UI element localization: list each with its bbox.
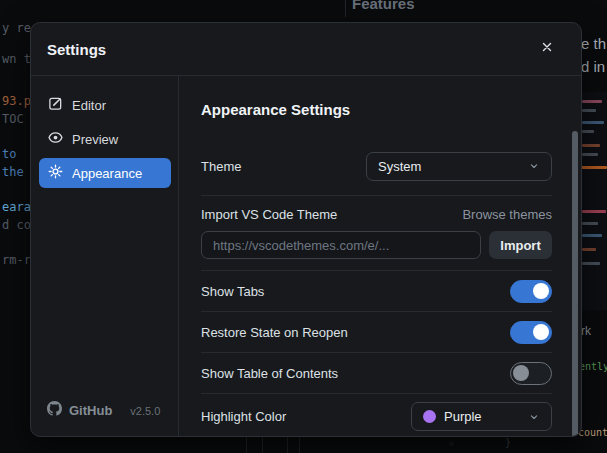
- background-code-fragment: eara: [2, 200, 31, 214]
- dialog-scrollbar-thumb[interactable]: [572, 131, 578, 437]
- settings-dialog: Settings Editor: [30, 22, 582, 437]
- background-code-fragment: the: [2, 165, 24, 179]
- code-token: [582, 222, 598, 225]
- theme-url-input[interactable]: [201, 231, 481, 259]
- code-token: [582, 144, 600, 147]
- background-features-heading: Features: [352, 0, 415, 12]
- dialog-body: Editor Preview Appearanc: [31, 76, 581, 436]
- theme-select-value: System: [378, 159, 421, 174]
- setting-row-show-tabs: Show Tabs: [201, 271, 552, 312]
- sidebar-footer: GitHub v2.5.0: [47, 401, 160, 420]
- show-tabs-toggle[interactable]: [510, 280, 552, 303]
- sidebar-item-appearance[interactable]: Appearance: [39, 158, 171, 188]
- gear-icon: [48, 164, 63, 182]
- github-logo-icon: [47, 401, 62, 420]
- code-token: [582, 153, 598, 156]
- sidebar-item-label: Editor: [72, 98, 106, 113]
- close-icon: [540, 40, 554, 58]
- background-pane-divider: [246, 437, 247, 453]
- color-swatch: [423, 410, 436, 423]
- brand-label: GitHub: [69, 403, 112, 418]
- import-theme-label: Import VS Code Theme: [201, 207, 337, 222]
- highlight-color-label: Highlight Color: [201, 409, 286, 424]
- code-token: [582, 234, 602, 237]
- import-theme-controls: Import: [201, 231, 552, 259]
- table-of-contents-label: Show Table of Contents: [201, 366, 338, 381]
- sidebar-item-label: Preview: [72, 132, 118, 147]
- divider: [201, 195, 552, 196]
- background-code-fragment: count]: [578, 427, 607, 438]
- background-pane-divider: [345, 0, 346, 17]
- table-of-contents-toggle[interactable]: [510, 362, 552, 385]
- sidebar-item-preview[interactable]: Preview: [39, 124, 171, 154]
- code-token: [582, 130, 594, 133]
- background-pane-divider: [299, 437, 300, 453]
- background-code-fragment: wn t: [2, 52, 31, 66]
- setting-row-table-of-contents: Show Table of Contents: [201, 353, 552, 394]
- import-button[interactable]: Import: [489, 231, 552, 259]
- theme-select[interactable]: System: [366, 152, 552, 181]
- restore-state-toggle[interactable]: [510, 321, 552, 344]
- setting-row-restore-state: Restore State on Reopen: [201, 312, 552, 353]
- background-code-panel: [580, 92, 607, 310]
- toggle-knob: [533, 324, 549, 340]
- chevron-down-icon: [528, 411, 540, 423]
- code-token: [582, 210, 606, 213]
- version-label: v2.5.0: [130, 405, 160, 417]
- edit-icon: [48, 96, 63, 114]
- sidebar-item-editor[interactable]: Editor: [39, 90, 171, 120]
- code-token: [582, 109, 596, 112]
- code-token: [582, 121, 604, 124]
- background-text-fragment: e th: [581, 35, 606, 52]
- code-token: [582, 262, 600, 265]
- highlight-color-value: Purple: [444, 409, 482, 424]
- show-tabs-label: Show Tabs: [201, 284, 264, 299]
- background-text-fragment: rk: [581, 324, 591, 338]
- appearance-settings-panel: Appearance Settings Theme System Import …: [179, 76, 582, 436]
- setting-row-import-theme: Import VS Code Theme Browse themes: [201, 206, 552, 223]
- highlight-color-select[interactable]: Purple: [411, 402, 552, 431]
- background-code-fragment: rm-r: [2, 253, 31, 267]
- background-glyph: ○: [449, 439, 454, 448]
- background-code-fragment: to: [2, 147, 16, 161]
- eye-icon: [48, 130, 63, 148]
- code-token: [582, 248, 596, 251]
- background-text-fragment: d in: [581, 58, 605, 75]
- background-code-fragment: TOC: [2, 112, 24, 126]
- background-pane-divider: [262, 437, 263, 453]
- background-code-fragment: 93.p: [2, 94, 31, 108]
- settings-sidebar: Editor Preview Appearanc: [31, 76, 179, 436]
- toggle-knob: [513, 365, 529, 381]
- sidebar-item-label: Appearance: [72, 166, 142, 181]
- background-code-fragment: y re: [2, 21, 31, 35]
- restore-state-label: Restore State on Reopen: [201, 325, 348, 340]
- background-glyph: }: [505, 437, 511, 448]
- setting-row-theme: Theme System: [201, 151, 552, 181]
- chevron-down-icon: [528, 160, 540, 172]
- panel-heading: Appearance Settings: [201, 101, 552, 118]
- setting-row-highlight-color: Highlight Color Purple: [201, 394, 552, 437]
- code-token: [582, 100, 602, 103]
- background-code-fragment: d co: [2, 218, 31, 232]
- background-pane-divider: [287, 437, 288, 453]
- close-button[interactable]: [535, 37, 559, 61]
- theme-label: Theme: [201, 159, 241, 174]
- dialog-title: Settings: [47, 41, 106, 58]
- dialog-header: Settings: [31, 23, 581, 76]
- highlighted-line: [580, 166, 607, 169]
- browse-themes-link[interactable]: Browse themes: [462, 207, 552, 222]
- background-code-fragment: ently: [579, 361, 607, 372]
- toggle-knob: [533, 283, 549, 299]
